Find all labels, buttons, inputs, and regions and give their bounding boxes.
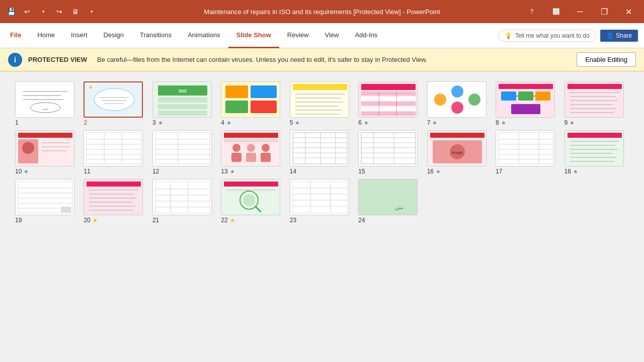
list-item[interactable]: 5 ★ xyxy=(290,81,354,126)
list-item[interactable]: 18 ★ xyxy=(565,130,629,175)
tab-view[interactable]: View xyxy=(316,23,347,48)
tab-insert[interactable]: Insert xyxy=(63,23,96,48)
title-bar: 💾 ↩ ▾ ↪ 🖥 ▾ Maintenance of repairs in IS… xyxy=(0,0,644,23)
slide-thumbnail xyxy=(496,130,555,166)
save-qat-button[interactable]: 💾 xyxy=(4,5,18,19)
svg-rect-49 xyxy=(535,92,550,101)
protected-view-bar: i PROTECTED VIEW Be careful—files from t… xyxy=(0,48,644,71)
slide-star: ★ xyxy=(158,120,163,126)
svg-point-64 xyxy=(22,142,34,154)
list-item[interactable]: 23 xyxy=(290,179,354,224)
person-icon: 👤 xyxy=(606,32,614,39)
list-item[interactable]: 14 xyxy=(290,130,354,175)
slide-thumbnail xyxy=(496,81,555,118)
slide-thumbnail xyxy=(15,130,74,166)
list-item[interactable]: متن 1 xyxy=(15,81,79,126)
undo-button[interactable]: ↩ xyxy=(20,5,34,19)
ribbon-display[interactable]: ⬜ xyxy=(544,4,568,19)
list-item[interactable]: 22 ★ xyxy=(221,179,285,224)
tab-design[interactable]: Design xyxy=(96,23,132,48)
ribbon: File Home Insert Design Transitions Anim… xyxy=(0,23,644,48)
slide-thumbnail xyxy=(152,179,212,215)
slide-number: 21 xyxy=(152,217,159,224)
list-item[interactable]: متن 24 xyxy=(358,179,423,224)
list-item[interactable]: Image 16 ★ xyxy=(427,130,492,175)
redo-button[interactable]: ↪ xyxy=(52,5,66,19)
svg-text:ISO: ISO xyxy=(179,88,187,94)
tab-file[interactable]: File xyxy=(2,23,29,48)
slide-grid-container: متن 1 2 xyxy=(0,71,644,360)
slide-thumbnail: متن xyxy=(15,81,74,118)
tab-transitions[interactable]: Transitions xyxy=(132,23,180,48)
svg-rect-142 xyxy=(61,207,71,213)
list-item[interactable]: 13 ★ xyxy=(221,130,285,175)
tell-me-box[interactable]: 💡 Tell me what you want to do xyxy=(498,30,596,42)
tab-review[interactable]: Review xyxy=(279,23,317,48)
list-item[interactable]: 2 xyxy=(84,81,148,126)
slide-number: 16 xyxy=(427,168,434,175)
svg-rect-22 xyxy=(251,101,277,113)
slide-number: 14 xyxy=(290,168,296,175)
slide-grid: متن 1 2 xyxy=(15,81,629,224)
protected-view-label: PROTECTED VIEW xyxy=(28,56,87,63)
share-button[interactable]: 👤 Share xyxy=(600,30,638,42)
tab-addins[interactable]: Add-Ins xyxy=(347,23,385,48)
svg-point-88 xyxy=(247,144,255,152)
svg-rect-15 xyxy=(158,98,207,103)
list-item[interactable]: 12 xyxy=(152,130,217,175)
list-item[interactable]: 10 ★ xyxy=(15,130,79,175)
svg-rect-128 xyxy=(568,133,622,138)
enable-editing-button[interactable]: Enable Editing xyxy=(577,52,636,67)
close-button[interactable]: ✕ xyxy=(617,4,640,19)
present-button[interactable]: 🖥 xyxy=(68,5,83,19)
slide-number: 5 xyxy=(290,119,293,126)
svg-rect-24 xyxy=(293,84,347,90)
slide-thumbnail xyxy=(84,130,143,166)
list-item[interactable]: 4 ★ xyxy=(221,81,285,126)
list-item[interactable]: 17 xyxy=(496,130,560,175)
list-item[interactable]: 9 ★ xyxy=(565,81,629,126)
svg-text:متن: متن xyxy=(43,107,48,111)
tab-animations[interactable]: Animations xyxy=(180,23,228,48)
ribbon-right: 💡 Tell me what you want to do 👤 Share xyxy=(498,23,642,48)
list-item[interactable]: ISO 3 ★ xyxy=(152,81,217,126)
svg-rect-173 xyxy=(359,179,417,215)
list-item[interactable]: 20 ★ xyxy=(84,179,148,224)
svg-rect-19 xyxy=(225,85,248,98)
window-controls: ? ⬜ ─ ❐ ✕ xyxy=(520,4,640,19)
svg-rect-54 xyxy=(568,84,622,89)
slide-number: 24 xyxy=(358,217,365,224)
list-item[interactable]: 11 xyxy=(84,130,148,175)
slide-number: 17 xyxy=(496,168,502,175)
svg-rect-16 xyxy=(158,104,207,109)
slide-number: 1 xyxy=(15,119,19,126)
svg-text:متن: متن xyxy=(395,205,403,211)
svg-point-7 xyxy=(94,88,134,111)
restore-button[interactable]: ❐ xyxy=(593,4,616,19)
list-item[interactable]: 19 xyxy=(15,179,79,224)
svg-point-43 xyxy=(468,94,480,106)
list-item[interactable]: 8 ★ xyxy=(496,81,560,126)
tab-home[interactable]: Home xyxy=(29,23,63,48)
svg-point-42 xyxy=(451,85,463,98)
list-item[interactable]: 21 xyxy=(152,179,217,224)
svg-rect-36 xyxy=(361,107,416,111)
customize-qat[interactable]: ▾ xyxy=(85,5,99,19)
undo-dropdown[interactable]: ▾ xyxy=(36,5,50,19)
svg-rect-62 xyxy=(18,133,72,138)
svg-rect-152 xyxy=(155,182,210,213)
list-item[interactable]: 7 ★ xyxy=(427,81,492,126)
list-item[interactable]: 6 ★ xyxy=(358,81,423,126)
slide-star: ★ xyxy=(24,168,29,175)
svg-rect-46 xyxy=(499,84,553,89)
lightbulb-icon: 💡 xyxy=(505,32,512,39)
help-button[interactable]: ? xyxy=(520,4,543,19)
svg-rect-33 xyxy=(361,92,416,96)
list-item[interactable]: 15 xyxy=(358,130,423,175)
slide-number: 9 xyxy=(565,119,568,126)
slide-number: 8 xyxy=(496,119,499,126)
slide-thumbnail xyxy=(358,81,418,118)
tab-slideshow[interactable]: Slide Show xyxy=(228,23,279,48)
minimize-button[interactable]: ─ xyxy=(569,4,592,19)
slide-thumbnail xyxy=(290,81,349,118)
